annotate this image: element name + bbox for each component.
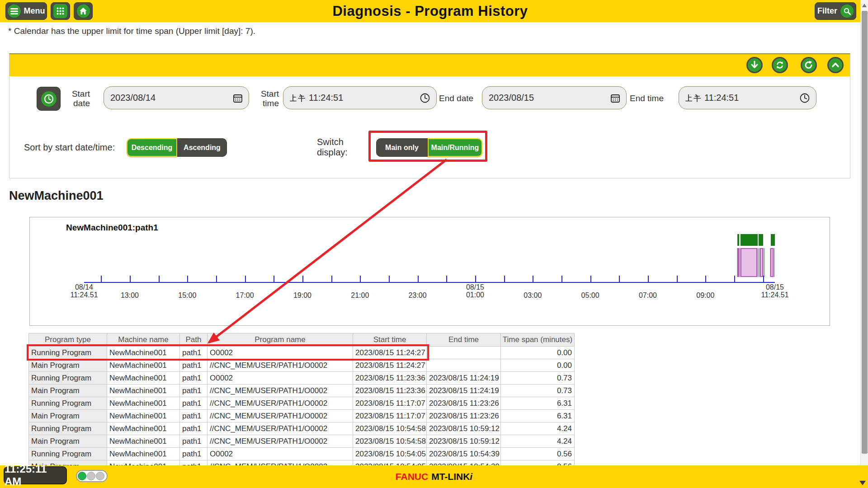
cell-program-name: //CNC_MEM/USER/PATH1/O0002	[208, 359, 353, 372]
grid-icon	[53, 4, 67, 18]
menu-button[interactable]: Menu	[5, 2, 47, 20]
filter-panel: Start date 2023/08/14 Start time 11:24:5…	[9, 53, 850, 178]
filter-label: Filter	[817, 6, 837, 16]
collapse-icon[interactable]	[827, 57, 844, 73]
switch-display-label: Switch display:	[317, 138, 362, 157]
axis-tick	[187, 276, 188, 282]
cell-time-span: 0.00	[501, 359, 575, 372]
scrollbar-down-icon[interactable]	[859, 481, 866, 485]
scrollbar[interactable]	[860, 0, 868, 465]
col-header-start-time: Start time	[353, 333, 427, 347]
axis-tick	[360, 276, 361, 282]
cell-start-time: 2023/08/15 11:24:27	[353, 347, 427, 359]
cell-program-name: //CNC_MEM/USER/PATH1/O0002	[208, 435, 353, 448]
filter-button[interactable]: Filter	[815, 2, 856, 20]
cell-start-time: 2023/08/15 10:54:05	[353, 460, 427, 466]
start-date-input[interactable]: 2023/08/14	[104, 86, 249, 109]
cell-start-time: 2023/08/15 11:17:07	[353, 397, 427, 410]
cell-program-name: //CNC_MEM/USER/PATH1/O0002	[208, 385, 353, 397]
cell-machine-name: NewMachine001	[107, 397, 180, 410]
axis-tick	[590, 276, 591, 282]
table-row: Running ProgramNewMachine001path1//CNC_M…	[29, 397, 575, 410]
machine-name-heading: NewMachine001	[9, 189, 104, 203]
product-i: i	[470, 471, 472, 482]
end-time-value: 11:24:51	[704, 93, 739, 103]
start-time-input[interactable]: 11:24:51	[283, 86, 437, 109]
sort-descending-button[interactable]: Descending	[127, 138, 177, 157]
am-prefix-glyph	[685, 94, 701, 102]
header-bar: Diagnosis - Program History Menu Filter	[0, 0, 860, 22]
col-header-path: Path	[180, 333, 208, 347]
scrollbar-thumb[interactable]	[862, 11, 868, 454]
cell-start-time: 2023/08/15 11:23:36	[353, 372, 427, 385]
cell-time-span: 0.73	[501, 372, 575, 385]
switch-main-running-button[interactable]: Main/Running	[428, 138, 482, 157]
sort-ascending-button[interactable]: Ascending	[177, 138, 227, 157]
apps-grid-button[interactable]	[51, 2, 70, 20]
cell-time-span: 4.24	[501, 422, 575, 435]
clock-icon	[41, 91, 57, 107]
calendar-icon[interactable]	[233, 94, 242, 103]
clock-field-icon[interactable]	[800, 93, 810, 103]
fanuc-logo: FANUC MT-LINKi	[0, 465, 868, 488]
axis-tick	[734, 276, 735, 282]
cell-start-time: 2023/08/15 10:54:05	[353, 448, 427, 460]
cell-program-type: Main Program	[29, 385, 107, 397]
cell-time-span: 6.31	[501, 397, 575, 410]
cell-program-name: //CNC_MEM/USER/PATH1/O0002	[208, 460, 353, 466]
table-row: Running ProgramNewMachine001path1O000220…	[29, 448, 575, 460]
axis-tick	[389, 276, 390, 282]
axis-tick	[101, 276, 102, 282]
axis-label: 15:00	[178, 291, 196, 299]
cell-end-time: 2023/08/15 10:54:39	[427, 460, 501, 466]
axis-tick	[446, 276, 447, 282]
cell-program-name: O0002	[208, 347, 353, 359]
time-axis: 13:0015:0017:0019:0021:0023:0008/15 01:0…	[84, 217, 775, 326]
refresh-icon[interactable]	[801, 57, 817, 73]
cell-end-time: 2023/08/15 10:54:39	[427, 448, 501, 460]
table-row: Running ProgramNewMachine001path1O000220…	[29, 372, 575, 385]
axis-label: 05:00	[581, 291, 599, 299]
time-range-button[interactable]	[37, 87, 61, 111]
table-row: Main ProgramNewMachine001path1//CNC_MEM/…	[29, 410, 575, 422]
end-date-input[interactable]: 2023/08/15	[482, 86, 627, 109]
cell-program-type: Running Program	[29, 372, 107, 385]
cell-machine-name: NewMachine001	[107, 347, 180, 359]
table-row: Running ProgramNewMachine001path1//CNC_M…	[29, 422, 575, 435]
calendar-icon[interactable]	[611, 94, 620, 103]
cell-program-name: O0002	[208, 372, 353, 385]
scrollbar-up-icon[interactable]	[862, 4, 867, 7]
axis-tick	[533, 276, 533, 282]
cell-end-time: 2023/08/15 11:24:19	[427, 372, 501, 385]
sort-label: Sort by start date/time:	[24, 138, 115, 157]
cell-time-span: 4.24	[501, 435, 575, 448]
table-header: Program typeMachine namePathProgram name…	[29, 333, 575, 347]
download-icon[interactable]	[746, 57, 763, 73]
cell-machine-name: NewMachine001	[107, 359, 180, 372]
page: Diagnosis - Program History Menu Filter …	[0, 0, 868, 488]
axis-tick	[763, 276, 764, 282]
cell-machine-name: NewMachine001	[107, 372, 180, 385]
home-button[interactable]	[74, 2, 93, 20]
axis-tick	[418, 276, 419, 282]
cell-machine-name: NewMachine001	[107, 448, 180, 460]
axis-tick	[331, 276, 332, 282]
cell-end-time: 2023/08/15 10:59:12	[427, 422, 501, 435]
switch-main-only-button[interactable]: Main only	[376, 138, 428, 157]
end-time-input[interactable]: 11:24:51	[679, 86, 816, 109]
cell-time-span: 0.56	[501, 460, 575, 466]
cell-program-type: Main Program	[29, 435, 107, 448]
axis-tick	[159, 276, 160, 282]
col-header-program-name: Program name	[208, 333, 353, 347]
cell-path: path1	[180, 359, 208, 372]
auto-refresh-icon[interactable]	[772, 57, 788, 73]
cell-start-time: 2023/08/15 11:24:27	[353, 359, 427, 372]
cell-path: path1	[180, 385, 208, 397]
start-time-label: Start time	[252, 87, 279, 110]
am-prefix-glyph	[290, 94, 305, 102]
cell-program-type: Running Program	[29, 397, 107, 410]
axis-label: 21:00	[351, 291, 369, 299]
cell-start-time: 2023/08/15 11:17:07	[353, 410, 427, 422]
axis-end-label: 08/15 11:24.51	[761, 283, 788, 299]
clock-field-icon[interactable]	[420, 93, 430, 103]
